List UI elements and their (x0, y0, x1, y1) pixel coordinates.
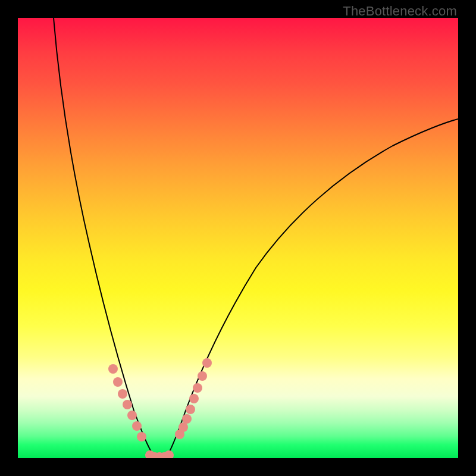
svg-point-11 (189, 394, 199, 403)
dot-cluster-right (175, 358, 212, 439)
svg-point-0 (108, 364, 118, 374)
svg-point-12 (193, 383, 202, 393)
watermark-text: TheBottleneck.com (343, 4, 457, 19)
svg-point-6 (137, 432, 146, 441)
curve-right (167, 119, 458, 457)
svg-point-2 (118, 389, 127, 399)
chart-container: TheBottleneck.com (0, 0, 476, 476)
svg-point-14 (202, 358, 212, 368)
svg-point-5 (132, 421, 142, 431)
svg-point-3 (123, 400, 132, 409)
svg-point-10 (186, 405, 195, 414)
svg-point-9 (182, 414, 192, 424)
svg-point-19 (164, 450, 174, 458)
dot-cluster-left-real (108, 364, 146, 441)
svg-point-1 (113, 377, 123, 387)
chart-svg (18, 18, 458, 458)
svg-point-4 (127, 411, 137, 420)
svg-point-13 (198, 371, 207, 381)
svg-point-8 (178, 422, 188, 432)
dot-cluster-bottom (145, 450, 174, 458)
curve-left (54, 18, 155, 457)
